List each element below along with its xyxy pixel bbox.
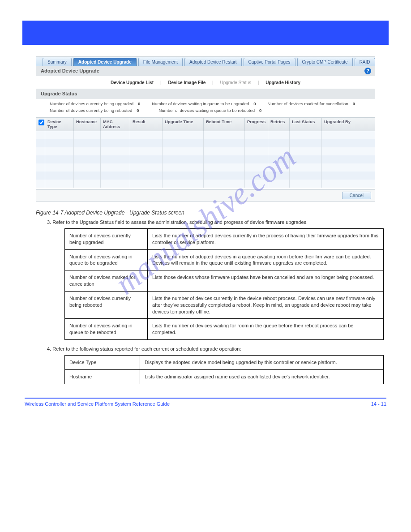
step-4-text: 4. Refer to the following status reporte…: [47, 346, 375, 352]
ft2-v0: Displays the adopted device model being …: [140, 356, 384, 370]
ft1-k4: Number of devices waiting in queue to be…: [65, 319, 148, 340]
cancel-button[interactable]: Cancel: [342, 192, 371, 199]
tab-file-management[interactable]: File Management: [138, 58, 183, 66]
ft1-k3: Number of devices currently being reboot…: [65, 291, 148, 319]
stat-rebooting-value: 0: [137, 108, 139, 113]
col-upgraded-by[interactable]: Upgraded By: [322, 118, 375, 131]
stat-queue-upgrade-label: Number of devices waiting in queue to be…: [152, 101, 249, 106]
screenshot-panel: Summary Adopted Device Upgrade File Mana…: [36, 56, 375, 202]
footer-left: Wireless Controller and Service Platform…: [25, 401, 170, 407]
stat-rebooting-label: Number of devices currently being reboot…: [50, 108, 132, 113]
table-row: [36, 163, 375, 172]
stat-upgrading-label: Number of devices currently being upgrad…: [50, 101, 133, 106]
help-icon[interactable]: ?: [364, 68, 371, 74]
table-row: [36, 172, 375, 180]
grid-body: [36, 131, 375, 189]
tab-adopted-device-restart[interactable]: Adopted Device Restart: [184, 58, 242, 66]
stat-cancel-label: Number of devices marked for cancellatio…: [268, 101, 348, 106]
footer-right: 14 - 11: [371, 401, 386, 407]
table-row: [36, 155, 375, 163]
doc-header-banner: [22, 21, 389, 45]
main-tab-bar: Summary Adopted Device Upgrade File Mana…: [36, 57, 375, 66]
stats-row-2: Number of devices currently being reboot…: [36, 108, 375, 117]
status-grid: Device Type Hostname MAC Address Result …: [36, 117, 375, 189]
tab-adopted-device-upgrade[interactable]: Adopted Device Upgrade: [73, 58, 137, 66]
col-upgrade-time[interactable]: Upgrade Time: [163, 118, 204, 131]
footer-rule: [25, 398, 386, 399]
col-reboot-time[interactable]: Reboot Time: [204, 118, 245, 131]
col-last-status[interactable]: Last Status: [290, 118, 322, 131]
ft1-v2: Lists those devices whose firmware updat…: [148, 270, 384, 292]
ft1-v4: Lists the number of devices waiting for …: [148, 319, 384, 340]
stat-queue-reboot-label: Number of devices waiting in queue to be…: [159, 108, 255, 113]
section-title: Upgrade Status: [36, 89, 375, 99]
ft1-v0: Lists the number of adopted devices curr…: [148, 228, 384, 249]
stat-cancel-value: 0: [353, 101, 355, 106]
table-row: [36, 180, 375, 188]
ft1-v3: Lists the number of devices currently in…: [148, 291, 384, 319]
col-progress[interactable]: Progress: [245, 118, 268, 131]
ft1-k2: Number of devices marked for cancelation: [65, 270, 148, 292]
subtab-upgrade-status[interactable]: Upgrade Status: [217, 80, 254, 85]
ft1-k0: Number of devices currently being upgrad…: [65, 228, 148, 249]
ft1-k1: Number of devices waiting in queue to be…: [65, 249, 148, 270]
grid-header: Device Type Hostname MAC Address Result …: [36, 118, 375, 131]
subtab-upgrade-history[interactable]: Upgrade History: [263, 80, 303, 85]
ft2-k0: Device Type: [65, 356, 140, 370]
subtab-device-upgrade-list[interactable]: Device Upgrade List: [108, 80, 156, 85]
figure-caption: Figure 14-7 Adopted Device Upgrade - Upg…: [36, 210, 375, 216]
col-result[interactable]: Result: [130, 118, 163, 131]
page-footer: Wireless Controller and Service Platform…: [25, 401, 386, 407]
tab-summary[interactable]: Summary: [43, 58, 72, 66]
tab-raid[interactable]: RAID: [355, 58, 375, 66]
tab-crypto-cmp-certificate[interactable]: Crypto CMP Certificate: [297, 58, 353, 66]
select-all-checkbox[interactable]: [39, 120, 44, 125]
stat-queue-upgrade-value: 0: [253, 101, 256, 106]
field-table-2: Device TypeDisplays the adopted device m…: [64, 355, 384, 384]
panel-footer: Cancel: [36, 189, 375, 201]
panel-title: Adopted Device Upgrade ?: [36, 66, 375, 76]
subtab-device-image-file[interactable]: Device Image File: [165, 80, 208, 85]
table-row: [36, 131, 375, 139]
ft2-k1: Hostname: [65, 369, 140, 384]
ft2-v1: Lists the administrator assigned name us…: [140, 369, 384, 384]
col-mac[interactable]: MAC Address: [101, 118, 130, 131]
field-table-1: Number of devices currently being upgrad…: [64, 228, 384, 340]
stat-upgrading-value: 0: [138, 101, 140, 106]
stats-row-1: Number of devices currently being upgrad…: [36, 99, 375, 108]
col-device-type[interactable]: Device Type: [45, 118, 74, 131]
stat-queue-reboot-value: 0: [259, 108, 261, 113]
table-row: [36, 147, 375, 155]
table-row: [36, 139, 375, 147]
tab-captive-portal-pages[interactable]: Captive Portal Pages: [244, 58, 295, 66]
panel-title-text: Adopted Device Upgrade: [41, 68, 99, 73]
sub-tab-bar: Device Upgrade List | Device Image File …: [36, 76, 375, 89]
step-3-text: 3. Refer to the Upgrade Status field to …: [47, 219, 375, 225]
col-hostname[interactable]: Hostname: [74, 118, 101, 131]
ft1-v1: Lists the number of adopted devices in a…: [148, 249, 384, 270]
col-retries[interactable]: Retries: [268, 118, 290, 131]
